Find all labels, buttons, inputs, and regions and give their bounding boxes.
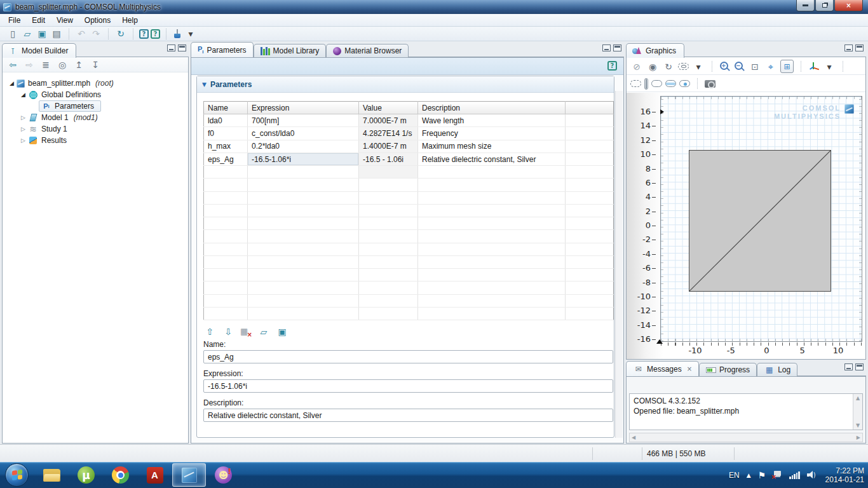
messages-vertical-scrollbar[interactable]: ▲▼ [853, 394, 862, 430]
save-table-icon[interactable]: ▣ [276, 325, 288, 338]
show-hidden-icons-icon[interactable]: ▲ [747, 472, 751, 478]
tree-item-model-1[interactable]: ▷Model 1(mod1) [3, 112, 188, 123]
expression-field[interactable] [203, 379, 613, 393]
empty-cell[interactable] [566, 204, 614, 217]
empty-cell[interactable] [204, 230, 248, 243]
empty-cell[interactable] [359, 230, 418, 243]
empty-cell[interactable] [204, 217, 248, 230]
empty-cell[interactable] [418, 243, 566, 255]
graphics-tab[interactable]: Graphics [626, 43, 684, 58]
taskbar-chrome[interactable] [104, 463, 137, 487]
axis-orientation-icon[interactable] [808, 62, 820, 72]
help-icon[interactable]: ? [139, 29, 149, 39]
language-indicator[interactable]: EN [729, 471, 740, 480]
empty-cell[interactable] [359, 255, 418, 268]
empty-cell[interactable] [359, 204, 418, 217]
taskbar-comsol[interactable] [172, 463, 206, 487]
select-domain-icon[interactable] [630, 80, 641, 87]
empty-cell[interactable] [359, 217, 418, 230]
network-disconnected-icon[interactable]: × [773, 471, 782, 479]
tab-material-browser[interactable]: Material Browser [326, 44, 409, 57]
empty-cell[interactable] [248, 217, 359, 230]
cell-1-1[interactable]: c_const/lda0 [248, 127, 359, 140]
documentation-icon[interactable]: ? [151, 29, 160, 39]
panel-maximize-icon[interactable] [613, 44, 621, 51]
taskbar-acrobat[interactable]: A [138, 463, 172, 487]
cell-0-0[interactable]: lda0 [204, 114, 248, 127]
dropdown-icon[interactable]: ▾ [184, 27, 197, 40]
close-button[interactable]: × [834, 0, 863, 11]
tree-item-parameters[interactable]: PiParameters [3, 100, 188, 112]
name-field[interactable] [203, 350, 613, 363]
empty-cell[interactable] [204, 307, 248, 320]
tab-close-icon[interactable]: × [687, 365, 692, 372]
empty-cell[interactable] [418, 166, 566, 179]
tab-messages[interactable]: ✉Messages× [626, 361, 699, 376]
empty-cell[interactable] [248, 281, 359, 294]
empty-cell[interactable] [204, 204, 248, 217]
empty-cell[interactable] [566, 230, 614, 243]
action-center-flag-icon[interactable]: ⚑ [758, 470, 766, 480]
undo-icon[interactable]: ↶ [75, 27, 88, 40]
panel-maximize-icon[interactable] [855, 363, 864, 370]
tree-expander-icon[interactable]: ▷ [19, 137, 27, 144]
print-icon[interactable]: ▤ [50, 27, 63, 40]
empty-cell[interactable] [204, 294, 248, 307]
description-field[interactable] [203, 409, 613, 422]
empty-cell[interactable] [566, 217, 614, 230]
signal-strength-icon[interactable] [789, 471, 800, 479]
tab-log[interactable]: ▦Log [757, 363, 797, 376]
empty-cell[interactable] [359, 269, 418, 281]
panel-minimize-icon[interactable] [844, 44, 853, 51]
show-all-icon[interactable]: ◉ [646, 60, 659, 73]
show-icon[interactable]: ◎ [56, 58, 69, 71]
empty-cell[interactable] [248, 179, 359, 191]
delete-row-icon[interactable]: ▦× [240, 327, 252, 337]
empty-cell[interactable] [418, 217, 566, 230]
menu-help[interactable]: Help [116, 15, 144, 26]
geometry-square[interactable] [689, 150, 831, 292]
empty-cell[interactable] [566, 179, 614, 191]
empty-cell[interactable] [359, 166, 418, 179]
empty-cell[interactable] [566, 307, 614, 320]
column-header-description[interactable]: Description [418, 102, 566, 114]
cell-0-1[interactable]: 700[nm] [248, 114, 359, 127]
minimize-button[interactable] [796, 0, 815, 11]
zoom-extents-icon[interactable]: ⌖ [764, 60, 777, 73]
cell-1-4[interactable] [566, 127, 614, 140]
deselect-icon[interactable]: ⊘ [630, 60, 643, 73]
forward-icon[interactable]: ⇨ [23, 58, 36, 71]
empty-cell[interactable] [248, 255, 359, 268]
taskbar-yahoo-messenger[interactable]: ☻! [207, 463, 240, 487]
tree-item-results[interactable]: ▷Results [3, 135, 188, 146]
open-icon[interactable]: ▱ [21, 27, 34, 40]
tab-parameters[interactable]: PiParameters [191, 42, 254, 57]
panel-minimize-icon[interactable] [602, 44, 611, 51]
empty-cell[interactable] [418, 204, 566, 217]
dropdown-icon[interactable]: ▾ [692, 60, 705, 73]
empty-cell[interactable] [359, 179, 418, 191]
empty-cell[interactable] [204, 281, 248, 294]
cell-0-3[interactable]: Wave length [418, 114, 566, 127]
empty-cell[interactable] [418, 281, 566, 294]
empty-cell[interactable] [566, 281, 614, 294]
tree-expander-icon[interactable]: ▷ [19, 114, 27, 121]
cell-1-2[interactable]: 4.2827E14 1/s [359, 127, 418, 140]
cell-0-2[interactable]: 7.0000E-7 m [359, 114, 418, 127]
menu-file[interactable]: File [3, 15, 26, 26]
tree-item-beam-splitter-mph[interactable]: ◢beam_splitter.mph(root) [3, 78, 188, 89]
empty-cell[interactable] [204, 243, 248, 255]
empty-cell[interactable] [418, 294, 566, 307]
new-icon[interactable]: ▯ [6, 27, 19, 40]
cell-3-2[interactable]: -16.5 - 1.06i [359, 152, 418, 165]
panel-minimize-icon[interactable] [167, 44, 175, 51]
menu-edit[interactable]: Edit [26, 15, 51, 26]
taskbar-explorer[interactable] [35, 463, 69, 487]
column-header-value[interactable]: Value [359, 102, 418, 114]
cell-2-4[interactable] [566, 140, 614, 152]
menu-options[interactable]: Options [79, 15, 116, 26]
volume-icon[interactable]: ) [807, 471, 816, 479]
tab-model-library[interactable]: Model Library [254, 44, 327, 57]
cell-2-2[interactable]: 1.4000E-7 m [359, 140, 418, 152]
select-entity-icon[interactable] [679, 80, 690, 87]
